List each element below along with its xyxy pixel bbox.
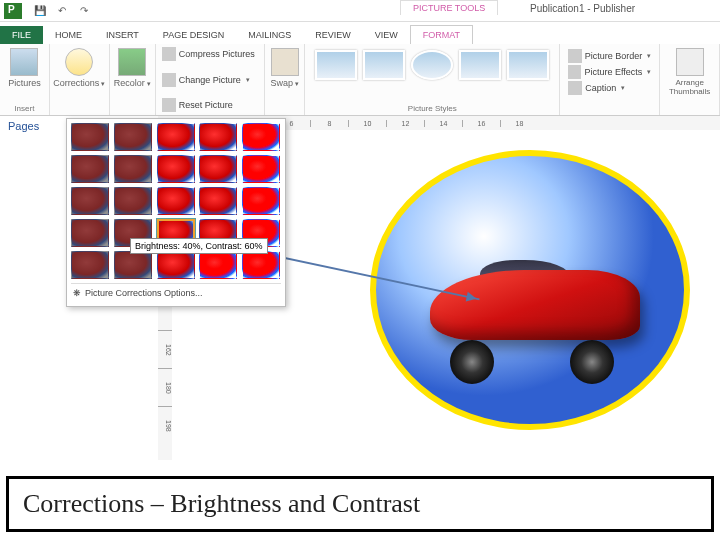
- context-tab-label: PICTURE TOOLS: [400, 0, 498, 15]
- app-icon: [4, 3, 22, 19]
- correction-thumb[interactable]: [71, 187, 109, 215]
- correction-thumb[interactable]: [242, 155, 280, 183]
- correction-thumb[interactable]: [157, 155, 195, 183]
- correction-thumb[interactable]: [199, 123, 237, 151]
- caption-icon: [568, 81, 582, 95]
- pages-panel-label: Pages: [8, 120, 39, 132]
- pictures-button[interactable]: Pictures: [6, 46, 43, 90]
- correction-thumb[interactable]: [157, 251, 195, 279]
- corrections-button[interactable]: Corrections: [56, 46, 103, 90]
- recolor-label: Recolor: [114, 78, 151, 88]
- picture-style-5[interactable]: [507, 50, 549, 80]
- pictures-label: Pictures: [8, 78, 41, 88]
- caption-button[interactable]: Caption: [568, 80, 651, 96]
- compress-pictures-button[interactable]: Compress Pictures: [162, 46, 258, 62]
- corrections-gallery: ❋ Picture Corrections Options...: [66, 118, 286, 307]
- picture-border-button[interactable]: Picture Border: [568, 48, 651, 64]
- swap-label: Swap: [271, 78, 300, 88]
- ribbon-tabs: FILE HOME INSERT PAGE DESIGN MAILINGS RE…: [0, 22, 720, 44]
- correction-thumb[interactable]: [71, 123, 109, 151]
- recolor-icon: [118, 48, 146, 76]
- tab-format[interactable]: FORMAT: [410, 25, 473, 44]
- corrections-label: Corrections: [53, 78, 105, 88]
- border-icon: [568, 49, 581, 63]
- save-icon[interactable]: 💾: [30, 3, 50, 19]
- options-icon: ❋: [73, 288, 81, 298]
- oval-frame: [370, 150, 690, 430]
- canvas-picture[interactable]: [370, 150, 690, 430]
- tab-file[interactable]: FILE: [0, 26, 43, 44]
- picture-effects-button[interactable]: Picture Effects: [568, 64, 651, 80]
- ribbon: Pictures Insert Corrections Recolor Comp…: [0, 44, 720, 116]
- correction-thumb[interactable]: [71, 219, 109, 247]
- picture-style-1[interactable]: [315, 50, 357, 80]
- title-bar: 💾 ↶ ↷ PICTURE TOOLS Publication1 - Publi…: [0, 0, 720, 22]
- correction-thumb[interactable]: [242, 123, 280, 151]
- undo-icon[interactable]: ↶: [52, 3, 72, 19]
- tab-review[interactable]: REVIEW: [303, 26, 363, 44]
- group-styles-label: Picture Styles: [311, 104, 553, 113]
- correction-thumb[interactable]: [71, 251, 109, 279]
- compress-icon: [162, 47, 176, 61]
- swap-icon: [271, 48, 299, 76]
- car-image: [420, 240, 660, 380]
- change-icon: [162, 73, 176, 87]
- effects-icon: [568, 65, 581, 79]
- quick-access-toolbar: 💾 ↶ ↷: [30, 3, 94, 19]
- correction-thumb[interactable]: [157, 123, 195, 151]
- group-insert-label: Insert: [6, 104, 43, 113]
- correction-thumb[interactable]: [242, 251, 280, 279]
- tab-insert[interactable]: INSERT: [94, 26, 151, 44]
- picture-style-4[interactable]: [459, 50, 501, 80]
- picture-corrections-options[interactable]: ❋ Picture Corrections Options...: [71, 283, 281, 302]
- slide-caption: Corrections – Brightness and Contrast: [6, 476, 714, 532]
- correction-thumb[interactable]: [199, 251, 237, 279]
- correction-thumb[interactable]: [199, 155, 237, 183]
- correction-thumb[interactable]: [114, 187, 152, 215]
- arrange-label: Arrange Thumbnails: [668, 78, 711, 96]
- reset-icon: [162, 98, 176, 112]
- pictures-icon: [10, 48, 38, 76]
- arrange-thumbnails-button[interactable]: Arrange Thumbnails: [666, 46, 713, 98]
- tab-home[interactable]: HOME: [43, 26, 94, 44]
- tab-view[interactable]: VIEW: [363, 26, 410, 44]
- correction-thumb[interactable]: [114, 123, 152, 151]
- change-picture-button[interactable]: Change Picture: [162, 72, 258, 88]
- tab-page-design[interactable]: PAGE DESIGN: [151, 26, 236, 44]
- picture-style-3[interactable]: [411, 50, 453, 80]
- picture-style-2[interactable]: [363, 50, 405, 80]
- picture-styles-gallery: [311, 46, 553, 84]
- redo-icon[interactable]: ↷: [74, 3, 94, 19]
- correction-thumb[interactable]: [71, 155, 109, 183]
- recolor-button[interactable]: Recolor: [116, 46, 149, 90]
- correction-thumb[interactable]: [157, 187, 195, 215]
- correction-thumb[interactable]: [114, 251, 152, 279]
- correction-thumb[interactable]: [114, 155, 152, 183]
- correction-thumb[interactable]: [242, 187, 280, 215]
- correction-tooltip: Brightness: 40%, Contrast: 60%: [130, 238, 268, 254]
- tab-mailings[interactable]: MAILINGS: [236, 26, 303, 44]
- reset-picture-button[interactable]: Reset Picture: [162, 97, 258, 113]
- arrange-icon: [676, 48, 704, 76]
- correction-thumb[interactable]: [199, 187, 237, 215]
- sun-icon: [65, 48, 93, 76]
- window-title: Publication1 - Publisher: [530, 3, 635, 14]
- swap-button[interactable]: Swap: [271, 46, 298, 90]
